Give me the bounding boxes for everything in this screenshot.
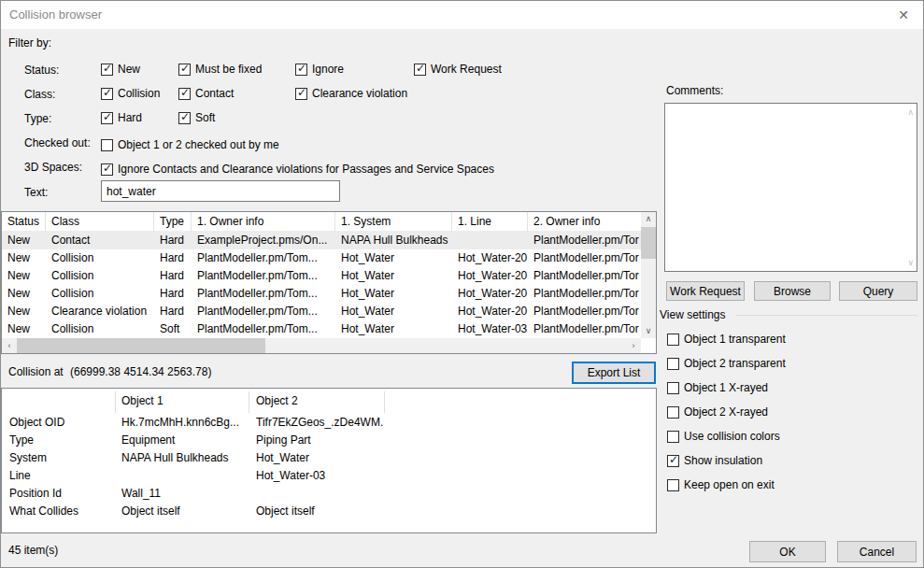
checkbox-checked-out-by-me[interactable]: Object 1 or 2 checked out by me xyxy=(101,137,279,152)
scroll-right-icon[interactable]: › xyxy=(626,338,641,353)
collision-browser-dialog: Collision browser ✕ Filter by: Status: N… xyxy=(0,0,924,568)
cell-line1: Hot_Water-20 xyxy=(452,285,528,303)
checkbox-object2-transparent[interactable]: Object 2 transparent xyxy=(667,356,786,371)
checkbox-box[interactable] xyxy=(667,431,679,443)
horizontal-scrollbar-thumb[interactable] xyxy=(17,338,265,353)
detail-object1-value: Equipment xyxy=(121,432,249,449)
checkbox-box[interactable] xyxy=(295,64,307,76)
checkbox-object1-xrayed[interactable]: Object 1 X-rayed xyxy=(667,380,768,395)
scroll-left-icon[interactable]: ‹ xyxy=(2,338,17,353)
text-filter-input[interactable] xyxy=(101,180,340,202)
checkbox-box[interactable] xyxy=(101,88,113,100)
view-settings-heading: View settings xyxy=(660,308,725,321)
column-header-status[interactable]: Status xyxy=(2,212,46,232)
checkbox-box[interactable] xyxy=(295,88,307,100)
export-list-button[interactable]: Export List xyxy=(572,362,656,384)
checkbox-box[interactable] xyxy=(414,64,426,76)
checkbox-status-ignore[interactable]: Ignore xyxy=(295,62,344,77)
detail-row-label: Type xyxy=(9,432,34,449)
comments-textarea[interactable] xyxy=(665,104,917,271)
detail-object2-value: Piping Part xyxy=(256,432,383,449)
cell-owner2: PlantModeller.pm/Tor xyxy=(528,303,641,320)
table-row[interactable]: New Collision Hard PlantModeller.pm/Tom.… xyxy=(2,285,641,303)
checkbox-box[interactable] xyxy=(178,88,191,100)
cell-line1: Hot_Water-03 xyxy=(452,320,528,338)
checkbox-status-new[interactable]: New xyxy=(101,62,140,77)
column-header-system1[interactable]: 1. System xyxy=(335,212,452,232)
checkbox-class-collision[interactable]: Collision xyxy=(101,86,160,101)
cell-type: Hard xyxy=(154,303,192,320)
vertical-scrollbar[interactable]: ∧ ∨ xyxy=(641,212,656,338)
checkbox-status-work-request[interactable]: Work Request xyxy=(414,62,502,77)
checkbox-box[interactable] xyxy=(667,358,679,370)
collision-list-header: Status Class Type 1. Owner info 1. Syste… xyxy=(2,212,641,232)
work-request-button[interactable]: Work Request xyxy=(666,281,745,301)
collision-list-body: Status Class Type 1. Owner info 1. Syste… xyxy=(2,212,641,338)
cell-status: New xyxy=(2,303,46,320)
cell-line1: Hot_Water-20 xyxy=(452,267,528,285)
checkbox-label: Object 1 transparent xyxy=(684,333,786,346)
cancel-button[interactable]: Cancel xyxy=(837,541,917,562)
collision-coordinates: (66999.38 4514.34 2563.78) xyxy=(70,365,211,378)
collision-at-label: Collision at xyxy=(8,365,64,378)
vertical-scrollbar-thumb[interactable] xyxy=(641,227,656,259)
checkbox-label: Collision xyxy=(118,87,160,100)
checkbox-box[interactable] xyxy=(178,64,191,76)
column-header-class[interactable]: Class xyxy=(46,212,154,232)
detail-object1-value: Wall_11 xyxy=(121,485,249,503)
cell-line1: Hot_Water-20 xyxy=(452,249,528,267)
table-row[interactable]: New Contact Hard ExampleProject.pms/On..… xyxy=(2,232,641,249)
table-row[interactable]: New Collision Hard PlantModeller.pm/Tom.… xyxy=(2,267,641,285)
checkbox-box[interactable] xyxy=(101,139,113,151)
detail-object1-value: NAPA Hull Bulkheads xyxy=(121,449,249,467)
checkbox-box[interactable] xyxy=(667,479,679,491)
browse-button[interactable]: Browse xyxy=(754,281,831,301)
checkbox-class-contact[interactable]: Contact xyxy=(178,86,234,101)
collision-list: Status Class Type 1. Owner info 1. Syste… xyxy=(1,211,657,354)
checkbox-box[interactable] xyxy=(101,64,113,76)
cell-status: New xyxy=(2,285,46,303)
checkbox-box[interactable] xyxy=(101,112,113,124)
column-header-owner2[interactable]: 2. Owner info xyxy=(528,212,641,232)
table-row[interactable]: New Collision Soft PlantModeller.pm/Tom.… xyxy=(2,320,641,338)
checkbox-box[interactable] xyxy=(101,163,113,176)
column-header-type[interactable]: Type xyxy=(154,212,192,232)
query-button[interactable]: Query xyxy=(839,281,917,301)
column-header-line1[interactable]: 1. Line xyxy=(452,212,528,232)
table-row[interactable]: New Clearance violation Hard PlantModell… xyxy=(2,303,641,320)
scroll-up-icon[interactable]: ∧ xyxy=(907,107,914,117)
checkbox-box[interactable] xyxy=(667,455,679,467)
checkbox-box[interactable] xyxy=(667,334,679,346)
checkbox-type-hard[interactable]: Hard xyxy=(101,110,142,125)
cell-owner1: PlantModeller.pm/Tom... xyxy=(192,267,335,285)
scroll-up-icon[interactable]: ∧ xyxy=(641,212,656,226)
table-row[interactable]: New Collision Hard PlantModeller.pm/Tom.… xyxy=(2,249,641,267)
checkbox-box[interactable] xyxy=(667,406,679,419)
title-bar: Collision browser ✕ xyxy=(1,1,923,29)
detail-column-separator xyxy=(249,391,249,413)
checkbox-box[interactable] xyxy=(178,112,191,124)
checkbox-show-insulation[interactable]: Show insulation xyxy=(667,453,762,468)
text-filter-label: Text: xyxy=(24,186,48,199)
checkbox-use-collision-colors[interactable]: Use collision colors xyxy=(667,429,780,444)
close-icon[interactable]: ✕ xyxy=(891,1,916,29)
checkbox-keep-open-on-exit[interactable]: Keep open on exit xyxy=(667,477,775,492)
checkbox-type-soft[interactable]: Soft xyxy=(178,110,215,125)
detail-row-label: System xyxy=(9,449,47,467)
checkbox-ignore-contacts-spaces[interactable]: Ignore Contacts and Clearance violations… xyxy=(101,162,494,177)
cell-class: Collision xyxy=(46,249,154,267)
scroll-down-icon[interactable]: ∨ xyxy=(641,324,656,338)
checkbox-status-must-be-fixed[interactable]: Must be fixed xyxy=(178,62,262,77)
checkbox-class-clearance-violation[interactable]: Clearance violation xyxy=(295,86,407,101)
checkbox-object1-transparent[interactable]: Object 1 transparent xyxy=(667,332,786,347)
checkbox-label: Object 1 or 2 checked out by me xyxy=(118,138,279,151)
checkbox-box[interactable] xyxy=(667,382,679,394)
checkbox-object2-xrayed[interactable]: Object 2 X-rayed xyxy=(667,405,768,419)
column-header-owner1[interactable]: 1. Owner info xyxy=(192,212,335,232)
scroll-down-icon[interactable]: ∨ xyxy=(907,258,914,267)
horizontal-scrollbar[interactable]: ‹ › xyxy=(2,338,641,353)
checked-out-label: Checked out: xyxy=(24,136,91,149)
cell-owner1: PlantModeller.pm/Tom... xyxy=(192,285,335,303)
detail-object2-value: Hot_Water-03 xyxy=(256,467,383,485)
ok-button[interactable]: OK xyxy=(749,541,826,562)
